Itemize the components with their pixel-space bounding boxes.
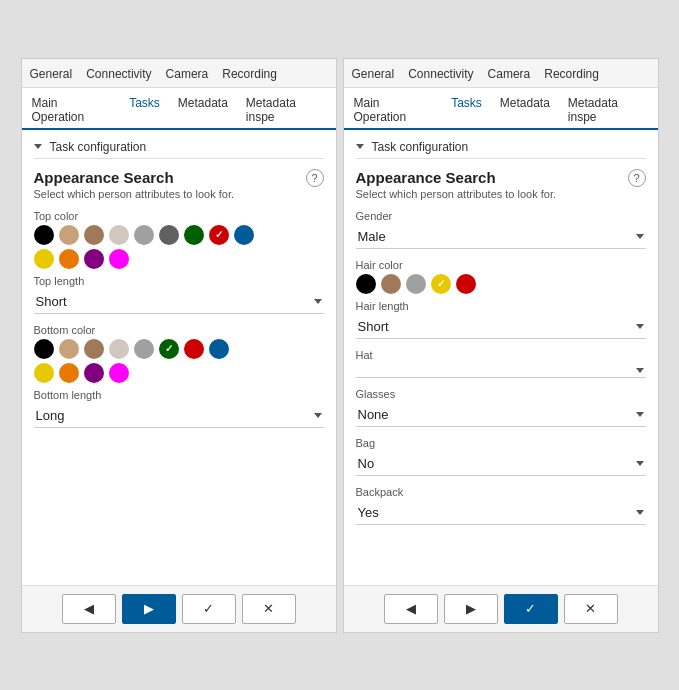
sub-tab-tasks[interactable]: Tasks xyxy=(449,92,484,130)
panels-wrapper: GeneralConnectivityCameraRecordingMain O… xyxy=(15,52,665,639)
color-swatch[interactable] xyxy=(84,249,104,269)
appearance-search-left: Appearance SearchSelect which person att… xyxy=(34,169,235,210)
color-row xyxy=(34,363,324,383)
bottom-button-3[interactable]: ✕ xyxy=(242,594,296,624)
bottom-button-1[interactable]: ▶ xyxy=(444,594,498,624)
color-row: ✓ xyxy=(34,225,324,245)
top-tab-connectivity[interactable]: Connectivity xyxy=(406,63,475,87)
top-tab-recording[interactable]: Recording xyxy=(220,63,279,87)
field-label: Hat xyxy=(356,349,646,361)
dropdown-gender[interactable]: Male xyxy=(356,225,646,249)
field-label: Bottom length xyxy=(34,389,324,401)
field-label: Bottom color xyxy=(34,324,324,336)
color-row: ✓ xyxy=(356,274,646,294)
color-swatch[interactable] xyxy=(84,339,104,359)
dropdown-value: Yes xyxy=(358,505,379,520)
color-swatch[interactable] xyxy=(34,249,54,269)
color-swatch[interactable] xyxy=(109,363,129,383)
sub-tab-metadata[interactable]: Metadata xyxy=(176,92,230,130)
color-swatch[interactable] xyxy=(109,339,129,359)
bottom-button-0[interactable]: ◀ xyxy=(62,594,116,624)
field-label: Hair length xyxy=(356,300,646,312)
bottom-button-1[interactable]: ▶ xyxy=(122,594,176,624)
dropdown-top-length[interactable]: Short xyxy=(34,290,324,314)
top-tab-connectivity[interactable]: Connectivity xyxy=(84,63,153,87)
field-label: Top length xyxy=(34,275,324,287)
dropdown-value: Male xyxy=(358,229,386,244)
color-swatch[interactable] xyxy=(84,363,104,383)
dropdown-backpack[interactable]: Yes xyxy=(356,501,646,525)
color-swatch[interactable] xyxy=(59,363,79,383)
sub-tab-metadata-inspe[interactable]: Metadata inspe xyxy=(244,92,328,130)
dropdown-glasses[interactable]: None xyxy=(356,403,646,427)
chevron-down-icon xyxy=(314,299,322,304)
sub-tab-main-operation[interactable]: Main Operation xyxy=(30,92,114,130)
color-swatch[interactable] xyxy=(134,225,154,245)
field-group-hair-color: Hair color✓ xyxy=(356,259,646,294)
cursor-placeholder xyxy=(356,535,646,575)
sub-tab-main-operation[interactable]: Main Operation xyxy=(352,92,436,130)
color-swatch[interactable] xyxy=(134,339,154,359)
help-icon[interactable]: ? xyxy=(306,169,324,187)
color-swatch[interactable] xyxy=(456,274,476,294)
color-swatch[interactable] xyxy=(159,225,179,245)
top-tab-recording[interactable]: Recording xyxy=(542,63,601,87)
color-swatch[interactable] xyxy=(356,274,376,294)
field-group-top-length: Top lengthShort xyxy=(34,275,324,314)
color-swatch[interactable] xyxy=(406,274,426,294)
color-swatch[interactable] xyxy=(34,225,54,245)
color-swatch[interactable] xyxy=(109,225,129,245)
dropdown-value: None xyxy=(358,407,389,422)
color-swatch[interactable] xyxy=(184,339,204,359)
field-group-glasses: GlassesNone xyxy=(356,388,646,427)
color-swatch[interactable]: ✓ xyxy=(209,225,229,245)
appearance-search-subtitle: Select which person attributes to look f… xyxy=(34,188,235,200)
dropdown-bottom-length[interactable]: Long xyxy=(34,404,324,428)
chevron-down-icon xyxy=(636,368,644,373)
appearance-search-title: Appearance Search xyxy=(356,169,557,186)
color-swatch[interactable]: ✓ xyxy=(209,339,229,359)
dropdown-hat[interactable] xyxy=(356,364,646,378)
color-swatch[interactable]: ✓ xyxy=(159,339,179,359)
field-label: Hair color xyxy=(356,259,646,271)
color-swatch[interactable]: ✓ xyxy=(59,249,79,269)
color-swatch[interactable] xyxy=(59,339,79,359)
color-swatch[interactable] xyxy=(34,339,54,359)
top-tab-general[interactable]: General xyxy=(350,63,397,87)
bottom-button-0[interactable]: ◀ xyxy=(384,594,438,624)
color-swatch[interactable] xyxy=(381,274,401,294)
color-swatch[interactable] xyxy=(234,225,254,245)
checkmark-icon: ✓ xyxy=(437,279,445,289)
help-icon[interactable]: ? xyxy=(628,169,646,187)
section-header: Task configuration xyxy=(34,140,324,159)
color-swatch[interactable] xyxy=(84,225,104,245)
bottom-button-2[interactable]: ✓ xyxy=(182,594,236,624)
color-swatch[interactable] xyxy=(184,225,204,245)
appearance-search-left: Appearance SearchSelect which person att… xyxy=(356,169,557,210)
bottom-button-2[interactable]: ✓ xyxy=(504,594,558,624)
top-tab-general[interactable]: General xyxy=(28,63,75,87)
color-swatch[interactable] xyxy=(34,363,54,383)
top-tab-camera[interactable]: Camera xyxy=(164,63,211,87)
field-group-gender: GenderMale xyxy=(356,210,646,249)
color-swatch[interactable]: ✓ xyxy=(431,274,451,294)
field-group-bottom-color: Bottom color✓✓ xyxy=(34,324,324,383)
dropdown-bag[interactable]: No xyxy=(356,452,646,476)
top-tabs: GeneralConnectivityCameraRecording xyxy=(344,59,658,88)
color-swatch[interactable] xyxy=(109,249,129,269)
sub-tab-metadata[interactable]: Metadata xyxy=(498,92,552,130)
chevron-down-icon xyxy=(636,324,644,329)
bottom-button-3[interactable]: ✕ xyxy=(564,594,618,624)
color-swatch[interactable] xyxy=(59,225,79,245)
sub-tab-metadata-inspe[interactable]: Metadata inspe xyxy=(566,92,650,130)
cursor-placeholder xyxy=(34,438,324,478)
chevron-down-icon xyxy=(636,234,644,239)
section-title: Task configuration xyxy=(50,140,147,154)
dropdown-hair-length[interactable]: Short xyxy=(356,315,646,339)
sub-tab-tasks[interactable]: Tasks xyxy=(127,92,162,130)
appearance-search-header: Appearance SearchSelect which person att… xyxy=(356,169,646,210)
checkmark-icon: ✓ xyxy=(215,230,223,240)
top-tabs: GeneralConnectivityCameraRecording xyxy=(22,59,336,88)
top-tab-camera[interactable]: Camera xyxy=(486,63,533,87)
checkmark-icon: ✓ xyxy=(215,343,223,354)
